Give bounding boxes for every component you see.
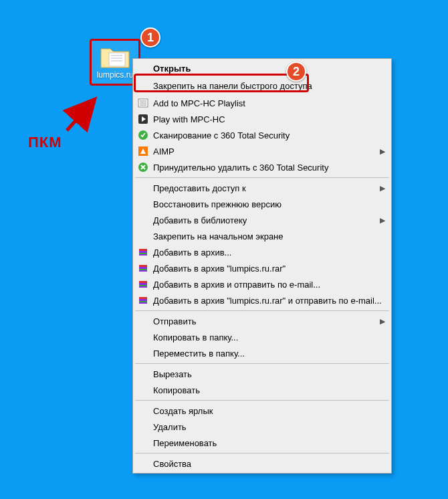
menu-properties[interactable]: Свойства bbox=[134, 456, 390, 472]
menu-scan-label: Сканирование с 360 Total Security bbox=[150, 130, 387, 140]
menu-mpc-play-label: Play with MPC-HC bbox=[150, 114, 387, 124]
menu-archive-name-mail[interactable]: Добавить в архив "lumpics.ru.rar" и отпр… bbox=[134, 292, 390, 308]
separator bbox=[135, 400, 389, 401]
callout-badge-2: 2 bbox=[286, 62, 306, 82]
svg-rect-17 bbox=[139, 253, 147, 254]
context-menu: Открыть Закрепить на панели быстрого дос… bbox=[132, 58, 392, 474]
menu-move-folder[interactable]: Переместить в папку... bbox=[134, 345, 390, 361]
svg-line-4 bbox=[67, 99, 95, 130]
menu-open-label: Открыть bbox=[150, 64, 387, 74]
winrar-icon bbox=[136, 279, 150, 290]
svg-rect-22 bbox=[139, 281, 147, 283]
menu-copy-folder[interactable]: Копировать в папку... bbox=[134, 329, 390, 345]
aimp-icon bbox=[136, 146, 150, 157]
svg-rect-19 bbox=[139, 265, 147, 267]
menu-archmail-label: Добавить в архив и отправить по e-mail..… bbox=[150, 280, 387, 290]
winrar-icon bbox=[136, 247, 150, 258]
menu-mpc-add-label: Add to MPC-HC Playlist bbox=[150, 98, 387, 108]
folder-label: lumpics.ru bbox=[97, 70, 134, 80]
menu-access-label: Предоставить доступ к bbox=[150, 183, 378, 193]
menu-archive-add[interactable]: Добавить в архив... bbox=[134, 244, 390, 260]
menu-archname-label: Добавить в архив "lumpics.ru.rar" bbox=[150, 264, 387, 274]
chevron-right-icon: ▶ bbox=[378, 317, 387, 326]
menu-pin-quickaccess[interactable]: Закрепить на панели быстрого доступа bbox=[134, 76, 390, 95]
menu-restore-prev[interactable]: Восстановить прежнюю версию bbox=[134, 196, 390, 212]
menu-aimp[interactable]: AIMP ▶ bbox=[134, 143, 390, 159]
menu-del360-label: Принудительно удалить с 360 Total Securi… bbox=[150, 163, 387, 173]
menu-delete-label: Удалить bbox=[150, 422, 387, 432]
menu-restore-label: Восстановить прежнюю версию bbox=[150, 199, 387, 209]
menu-copy[interactable]: Копировать bbox=[134, 382, 390, 398]
svg-rect-0 bbox=[109, 53, 125, 66]
chevron-right-icon: ▶ bbox=[378, 147, 387, 156]
winrar-icon bbox=[136, 295, 150, 306]
playlist-icon bbox=[136, 98, 150, 108]
menu-properties-label: Свойства bbox=[150, 459, 387, 469]
menu-pinstart-label: Закрепить на начальном экране bbox=[150, 231, 387, 241]
menu-archadd-label: Добавить в архив... bbox=[150, 247, 387, 258]
shield-scan-icon bbox=[136, 130, 150, 140]
svg-rect-25 bbox=[139, 297, 147, 299]
menu-send-to[interactable]: Отправить ▶ bbox=[134, 313, 390, 329]
svg-rect-26 bbox=[139, 301, 147, 302]
menu-pin-label: Закрепить на панели быстрого доступа bbox=[150, 81, 387, 91]
callout-badge-1: 1 bbox=[140, 27, 160, 47]
arrow-annotation bbox=[60, 94, 107, 140]
menu-cut-label: Вырезать bbox=[150, 369, 387, 379]
menu-shortcut-label: Создать ярлык bbox=[150, 406, 387, 416]
svg-rect-20 bbox=[139, 269, 147, 270]
play-icon bbox=[136, 114, 150, 124]
menu-copyfolder-label: Копировать в папку... bbox=[150, 332, 387, 342]
menu-mpc-add[interactable]: Add to MPC-HC Playlist bbox=[134, 95, 390, 111]
menu-sendto-label: Отправить bbox=[150, 316, 378, 326]
menu-cut[interactable]: Вырезать bbox=[134, 366, 390, 382]
menu-rename[interactable]: Переименовать bbox=[134, 435, 390, 451]
separator bbox=[135, 177, 389, 178]
menu-archive-name[interactable]: Добавить в архив "lumpics.ru.rar" bbox=[134, 260, 390, 276]
menu-pin-start[interactable]: Закрепить на начальном экране bbox=[134, 228, 390, 244]
svg-rect-16 bbox=[139, 249, 147, 251]
chevron-right-icon: ▶ bbox=[378, 184, 387, 193]
menu-copy-label: Копировать bbox=[150, 385, 387, 395]
menu-movefolder-label: Переместить в папку... bbox=[150, 348, 387, 359]
menu-rename-label: Переименовать bbox=[150, 438, 387, 448]
menu-open[interactable]: Открыть bbox=[134, 60, 390, 76]
menu-aimp-label: AIMP bbox=[150, 146, 378, 157]
menu-create-shortcut[interactable]: Создать ярлык bbox=[134, 403, 390, 419]
separator bbox=[135, 453, 389, 454]
menu-archive-mail[interactable]: Добавить в архив и отправить по e-mail..… bbox=[134, 276, 390, 292]
menu-archnamemail-label: Добавить в архив "lumpics.ru.rar" и отпр… bbox=[150, 296, 387, 306]
chevron-right-icon: ▶ bbox=[378, 216, 387, 225]
svg-rect-23 bbox=[139, 285, 147, 286]
folder-icon bbox=[100, 45, 130, 69]
menu-delete-360[interactable]: Принудительно удалить с 360 Total Securi… bbox=[134, 159, 390, 175]
shield-delete-icon bbox=[136, 162, 150, 173]
menu-library-label: Добавить в библиотеку bbox=[150, 215, 378, 225]
menu-delete[interactable]: Удалить bbox=[134, 419, 390, 435]
menu-give-access[interactable]: Предоставить доступ к ▶ bbox=[134, 180, 390, 196]
menu-add-library[interactable]: Добавить в библиотеку ▶ bbox=[134, 212, 390, 228]
menu-scan-360[interactable]: Сканирование с 360 Total Security bbox=[134, 127, 390, 143]
rmb-label: ПКМ bbox=[28, 134, 62, 151]
menu-mpc-play[interactable]: Play with MPC-HC bbox=[134, 111, 390, 127]
winrar-icon bbox=[136, 263, 150, 274]
separator bbox=[135, 310, 389, 311]
separator bbox=[135, 363, 389, 364]
